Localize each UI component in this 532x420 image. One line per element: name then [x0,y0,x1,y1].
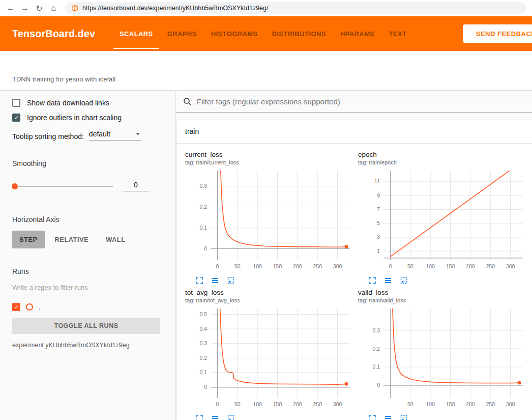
svg-text:300: 300 [333,263,342,269]
tab-scalars[interactable]: SCALARS [120,16,153,51]
home-icon[interactable]: ⌂ [47,4,60,13]
checkbox-unchecked-icon[interactable] [12,99,20,107]
chart-options-icon[interactable] [384,414,392,420]
tooltip-sorting-label: Tooltip sorting method: [12,132,84,141]
chart-options-icon[interactable] [211,276,219,285]
tag-filter-row: Filter tags (regular expressions support… [176,91,532,113]
smoothing-slider[interactable] [12,186,113,187]
tag-group-header[interactable]: train [177,120,532,144]
horizontal-axis-toggle: STEPRELATIVEWALL [12,231,160,248]
svg-text:11: 11 [374,178,380,184]
svg-text:7: 7 [377,206,380,212]
svg-text:0.1: 0.1 [199,225,207,231]
tab-distributions[interactable]: DISTRIBUTIONS [272,16,326,51]
runs-filter-input[interactable]: Write a regex to filter runs [12,284,160,295]
svg-text:1: 1 [377,248,380,254]
refresh-icon[interactable]: ↻ [33,4,46,13]
show-download-links-row[interactable]: Show data download links [12,99,160,107]
forward-icon[interactable]: → [18,4,32,13]
tab-histograms[interactable]: HISTOGRAMS [211,16,258,51]
toggle-all-runs-button[interactable]: TOGGLE ALL RUNS [12,318,160,334]
expand-chart-icon[interactable] [368,276,376,285]
svg-text:0: 0 [204,384,207,390]
tensorboard-favicon [71,5,78,12]
svg-text:0.4: 0.4 [199,326,207,332]
chart-toolbar [185,273,353,285]
chart-toolbar [358,411,526,420]
svg-text:0: 0 [377,382,380,388]
smoothing-value-input[interactable]: 0 [123,181,149,191]
svg-text:300: 300 [506,263,515,269]
svg-text:50: 50 [234,401,241,407]
fit-domain-icon[interactable] [400,414,408,420]
chart-plot-tot_avg_loss[interactable]: 00.10.20.30.40.5050100150200250300 [185,305,353,411]
tab-hparams[interactable]: HPARAMS [340,16,375,51]
search-icon [183,97,192,106]
svg-text:0.1: 0.1 [199,369,207,375]
tag-group-title: train [185,127,199,135]
chart-current_loss: current_losstag: train/current_loss00.10… [185,151,353,285]
chart-valid_loss: valid_losstag: train/valid_loss00.10.20.… [358,289,526,420]
svg-text:250: 250 [313,401,322,407]
slider-knob[interactable] [12,183,18,189]
app-header: TensorBoard.dev SCALARSGRAPHSHISTOGRAMSD… [0,16,532,51]
run-item[interactable]: . [12,303,160,311]
svg-text:0.1: 0.1 [372,363,380,370]
address-bar[interactable]: https://tensorboard.dev/experiment/yKUbh… [65,2,526,14]
chart-tag: tag: train/tot_avg_loss [185,297,353,303]
svg-text:50: 50 [234,263,241,269]
run-checkbox[interactable] [12,303,20,311]
chart-plot-current_loss[interactable]: 00.10.20.3050100150200250300 [185,167,353,273]
chart-plot-valid_loss[interactable]: 00.10.20.350100150200250300 [358,305,526,411]
expand-chart-icon[interactable] [195,276,203,285]
svg-text:200: 200 [293,401,302,407]
svg-text:150: 150 [446,263,455,269]
settings-sidebar: Show data download links Ignore outliers… [0,91,176,420]
horizontal-axis-section: Horizontal Axis STEPRELATIVEWALL [0,207,175,259]
svg-text:0.3: 0.3 [199,340,207,346]
expand-chart-icon[interactable] [195,414,203,420]
expand-chart-icon[interactable] [368,414,376,420]
horizontal-axis-label: Horizontal Axis [12,215,160,223]
smoothing-section: Smoothing 0 [0,151,175,207]
tooltip-sorting-row: Tooltip sorting method: default [12,130,160,141]
axis-button-wall[interactable]: WALL [99,231,132,248]
chart-options-icon[interactable] [211,414,219,420]
axis-button-relative[interactable]: RELATIVE [48,231,96,248]
chart-title: valid_loss [358,289,526,296]
fit-domain-icon[interactable] [400,276,408,285]
chart-tot_avg_loss: tot_avg_losstag: train/tot_avg_loss00.10… [185,289,353,420]
svg-text:5: 5 [377,220,380,226]
svg-text:0.2: 0.2 [372,346,380,352]
chart-tag: tag: train/valid_loss [358,297,526,303]
send-feedback-button[interactable]: SEND FEEDBACK [463,24,532,43]
svg-text:3: 3 [377,234,380,240]
runs-section: Runs Write a regex to filter runs . TOGG… [0,259,175,359]
show-download-links-label: Show data download links [27,99,109,107]
charts-grid: current_losstag: train/current_loss00.10… [177,144,532,420]
fit-domain-icon[interactable] [227,276,235,285]
tag-filter-input[interactable]: Filter tags (regular expressions support… [197,97,340,106]
tab-graphs[interactable]: GRAPHS [167,16,197,51]
svg-text:250: 250 [486,401,495,407]
tooltip-sorting-value: default [89,130,110,138]
ignore-outliers-label: Ignore outliers in chart scaling [27,114,122,122]
checkbox-checked-icon[interactable] [12,114,20,122]
tooltip-sorting-dropdown[interactable]: default [89,130,141,141]
chart-tag: tag: train/current_loss [185,159,353,165]
svg-text:250: 250 [486,263,495,269]
tab-text[interactable]: TEXT [389,16,406,51]
app-logo[interactable]: TensorBoard.dev [12,28,95,40]
chart-toolbar [358,273,526,285]
fit-domain-icon[interactable] [227,414,235,420]
svg-text:0: 0 [216,263,219,269]
chart-title: epoch [358,151,526,158]
chart-title: tot_avg_loss [185,289,353,296]
back-icon[interactable]: ← [4,4,17,13]
ignore-outliers-row[interactable]: Ignore outliers in chart scaling [12,114,160,122]
axis-button-step[interactable]: STEP [12,231,45,248]
chart-options-icon[interactable] [384,276,392,285]
chart-toolbar [185,411,353,420]
svg-text:0.5: 0.5 [199,311,207,317]
chart-plot-epoch[interactable]: 1357911050100150200250300 [358,167,526,273]
